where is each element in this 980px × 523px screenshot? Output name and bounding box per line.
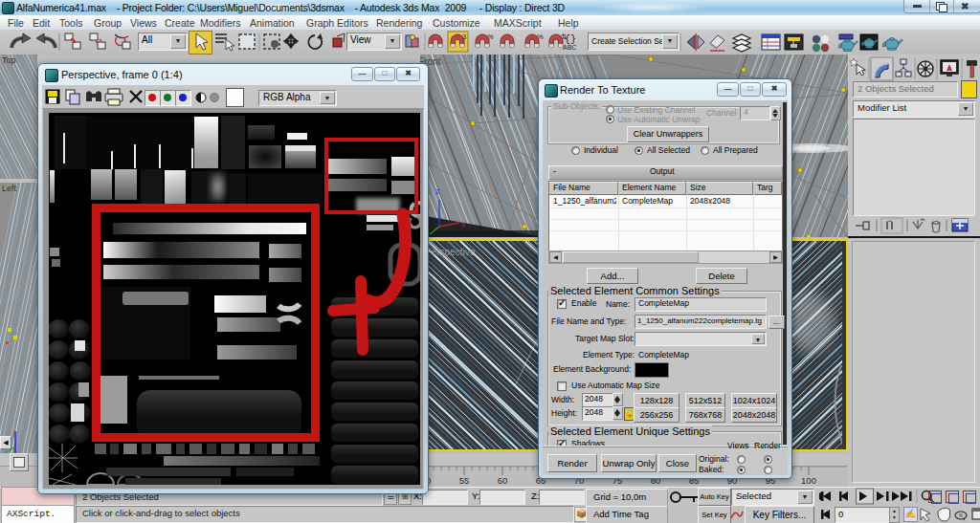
svg-text:100: 100	[801, 475, 816, 486]
svg-text:x: x	[461, 220, 465, 229]
svg-text:55: 55	[459, 475, 470, 486]
svg-text:60: 60	[498, 475, 508, 486]
svg-text:Z: Z	[435, 187, 440, 196]
